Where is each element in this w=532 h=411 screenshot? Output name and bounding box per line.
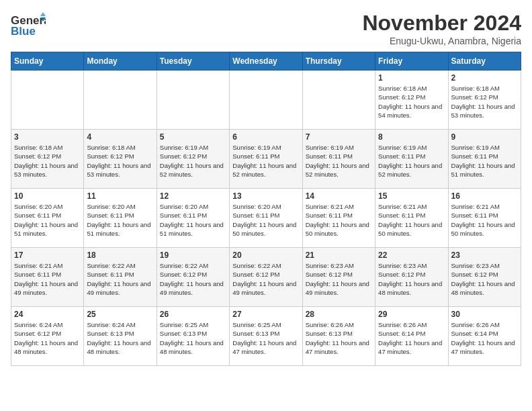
- table-row: 2Sunrise: 6:18 AM Sunset: 6:12 PM Daylig…: [448, 71, 521, 130]
- table-row: [11, 71, 84, 130]
- day-info: Sunrise: 6:19 AM Sunset: 6:11 PM Dayligh…: [306, 143, 372, 179]
- day-number: 15: [378, 191, 445, 201]
- day-info: Sunrise: 6:23 AM Sunset: 6:12 PM Dayligh…: [306, 261, 372, 297]
- table-row: 18Sunrise: 6:22 AM Sunset: 6:11 PM Dayli…: [84, 248, 157, 307]
- table-row: 6Sunrise: 6:19 AM Sunset: 6:11 PM Daylig…: [230, 130, 302, 189]
- week-row-2: 3Sunrise: 6:18 AM Sunset: 6:12 PM Daylig…: [11, 130, 521, 189]
- day-number: 21: [306, 250, 372, 260]
- week-row-5: 24Sunrise: 6:24 AM Sunset: 6:12 PM Dayli…: [11, 307, 521, 366]
- header-wednesday: Wednesday: [230, 52, 302, 71]
- day-number: 5: [160, 132, 226, 142]
- calendar-table: Sunday Monday Tuesday Wednesday Thursday…: [11, 52, 521, 366]
- table-row: 8Sunrise: 6:19 AM Sunset: 6:11 PM Daylig…: [375, 130, 448, 189]
- day-info: Sunrise: 6:22 AM Sunset: 6:12 PM Dayligh…: [160, 261, 226, 297]
- header-tuesday: Tuesday: [157, 52, 229, 71]
- day-info: Sunrise: 6:21 AM Sunset: 6:11 PM Dayligh…: [14, 261, 81, 297]
- day-info: Sunrise: 6:21 AM Sunset: 6:11 PM Dayligh…: [451, 202, 518, 238]
- day-number: 11: [87, 191, 153, 201]
- day-number: 9: [451, 132, 518, 142]
- logo: General Blue: [11, 11, 46, 40]
- day-number: 2: [451, 73, 518, 83]
- day-info: Sunrise: 6:25 AM Sunset: 6:13 PM Dayligh…: [160, 320, 226, 356]
- table-row: 3Sunrise: 6:18 AM Sunset: 6:12 PM Daylig…: [11, 130, 84, 189]
- day-info: Sunrise: 6:18 AM Sunset: 6:12 PM Dayligh…: [87, 143, 153, 179]
- day-number: 19: [160, 250, 226, 260]
- day-info: Sunrise: 6:19 AM Sunset: 6:12 PM Dayligh…: [160, 143, 226, 179]
- day-number: 28: [306, 310, 372, 319]
- day-info: Sunrise: 6:21 AM Sunset: 6:11 PM Dayligh…: [378, 202, 445, 238]
- table-row: 9Sunrise: 6:19 AM Sunset: 6:11 PM Daylig…: [448, 130, 521, 189]
- day-number: 7: [306, 132, 372, 142]
- day-number: 24: [14, 310, 81, 319]
- table-row: 10Sunrise: 6:20 AM Sunset: 6:11 PM Dayli…: [11, 189, 84, 248]
- month-title: November 2024: [362, 11, 521, 36]
- day-number: 25: [87, 310, 153, 319]
- weekday-header-row: Sunday Monday Tuesday Wednesday Thursday…: [11, 52, 521, 71]
- day-info: Sunrise: 6:26 AM Sunset: 6:14 PM Dayligh…: [451, 320, 518, 356]
- day-info: Sunrise: 6:23 AM Sunset: 6:12 PM Dayligh…: [378, 261, 445, 297]
- day-info: Sunrise: 6:18 AM Sunset: 6:12 PM Dayligh…: [378, 84, 445, 120]
- day-number: 12: [160, 191, 226, 201]
- day-info: Sunrise: 6:20 AM Sunset: 6:11 PM Dayligh…: [14, 202, 81, 238]
- week-row-3: 10Sunrise: 6:20 AM Sunset: 6:11 PM Dayli…: [11, 189, 521, 248]
- table-row: 13Sunrise: 6:20 AM Sunset: 6:11 PM Dayli…: [230, 189, 302, 248]
- table-row: 20Sunrise: 6:22 AM Sunset: 6:12 PM Dayli…: [230, 248, 302, 307]
- table-row: 14Sunrise: 6:21 AM Sunset: 6:11 PM Dayli…: [302, 189, 375, 248]
- day-info: Sunrise: 6:26 AM Sunset: 6:14 PM Dayligh…: [378, 320, 445, 356]
- day-number: 20: [232, 250, 299, 260]
- day-number: 17: [14, 250, 81, 260]
- table-row: 16Sunrise: 6:21 AM Sunset: 6:11 PM Dayli…: [448, 189, 521, 248]
- location-title: Enugu-Ukwu, Anambra, Nigeria: [362, 36, 521, 46]
- day-number: 6: [232, 132, 299, 142]
- table-row: 28Sunrise: 6:26 AM Sunset: 6:13 PM Dayli…: [302, 307, 375, 366]
- table-row: 19Sunrise: 6:22 AM Sunset: 6:12 PM Dayli…: [157, 248, 229, 307]
- table-row: 26Sunrise: 6:25 AM Sunset: 6:13 PM Dayli…: [157, 307, 229, 366]
- day-number: 23: [451, 250, 518, 260]
- table-row: 22Sunrise: 6:23 AM Sunset: 6:12 PM Dayli…: [375, 248, 448, 307]
- day-info: Sunrise: 6:24 AM Sunset: 6:12 PM Dayligh…: [14, 320, 81, 356]
- page-header: General Blue November 2024 Enugu-Ukwu, A…: [11, 11, 521, 46]
- week-row-4: 17Sunrise: 6:21 AM Sunset: 6:11 PM Dayli…: [11, 248, 521, 307]
- week-row-1: 1Sunrise: 6:18 AM Sunset: 6:12 PM Daylig…: [11, 71, 521, 130]
- day-number: 8: [378, 132, 445, 142]
- day-number: 4: [87, 132, 153, 142]
- day-number: 29: [378, 310, 445, 319]
- table-row: 4Sunrise: 6:18 AM Sunset: 6:12 PM Daylig…: [84, 130, 157, 189]
- table-row: 30Sunrise: 6:26 AM Sunset: 6:14 PM Dayli…: [448, 307, 521, 366]
- table-row: 5Sunrise: 6:19 AM Sunset: 6:12 PM Daylig…: [157, 130, 229, 189]
- day-number: 10: [14, 191, 81, 201]
- logo-icon: General Blue: [11, 11, 46, 40]
- day-info: Sunrise: 6:19 AM Sunset: 6:11 PM Dayligh…: [232, 143, 299, 179]
- table-row: [302, 71, 375, 130]
- header-monday: Monday: [84, 52, 157, 71]
- table-row: 12Sunrise: 6:20 AM Sunset: 6:11 PM Dayli…: [157, 189, 229, 248]
- day-number: 3: [14, 132, 81, 142]
- table-row: [157, 71, 229, 130]
- day-info: Sunrise: 6:26 AM Sunset: 6:13 PM Dayligh…: [306, 320, 372, 356]
- header-friday: Friday: [375, 52, 448, 71]
- table-row: 15Sunrise: 6:21 AM Sunset: 6:11 PM Dayli…: [375, 189, 448, 248]
- day-number: 1: [378, 73, 445, 83]
- day-info: Sunrise: 6:18 AM Sunset: 6:12 PM Dayligh…: [451, 84, 518, 120]
- table-row: 1Sunrise: 6:18 AM Sunset: 6:12 PM Daylig…: [375, 71, 448, 130]
- day-info: Sunrise: 6:21 AM Sunset: 6:11 PM Dayligh…: [306, 202, 372, 238]
- header-sunday: Sunday: [11, 52, 84, 71]
- day-info: Sunrise: 6:25 AM Sunset: 6:13 PM Dayligh…: [232, 320, 299, 356]
- table-row: 21Sunrise: 6:23 AM Sunset: 6:12 PM Dayli…: [302, 248, 375, 307]
- day-info: Sunrise: 6:23 AM Sunset: 6:12 PM Dayligh…: [451, 261, 518, 297]
- table-row: 17Sunrise: 6:21 AM Sunset: 6:11 PM Dayli…: [11, 248, 84, 307]
- day-number: 18: [87, 250, 153, 260]
- table-row: 23Sunrise: 6:23 AM Sunset: 6:12 PM Dayli…: [448, 248, 521, 307]
- day-info: Sunrise: 6:24 AM Sunset: 6:13 PM Dayligh…: [87, 320, 153, 356]
- day-number: 22: [378, 250, 445, 260]
- header-saturday: Saturday: [448, 52, 521, 71]
- table-row: [230, 71, 302, 130]
- day-info: Sunrise: 6:19 AM Sunset: 6:11 PM Dayligh…: [378, 143, 445, 179]
- day-info: Sunrise: 6:18 AM Sunset: 6:12 PM Dayligh…: [14, 143, 81, 179]
- day-info: Sunrise: 6:20 AM Sunset: 6:11 PM Dayligh…: [87, 202, 153, 238]
- day-info: Sunrise: 6:22 AM Sunset: 6:12 PM Dayligh…: [232, 261, 299, 297]
- day-number: 13: [232, 191, 299, 201]
- day-info: Sunrise: 6:19 AM Sunset: 6:11 PM Dayligh…: [451, 143, 518, 179]
- table-row: 11Sunrise: 6:20 AM Sunset: 6:11 PM Dayli…: [84, 189, 157, 248]
- day-number: 27: [232, 310, 299, 319]
